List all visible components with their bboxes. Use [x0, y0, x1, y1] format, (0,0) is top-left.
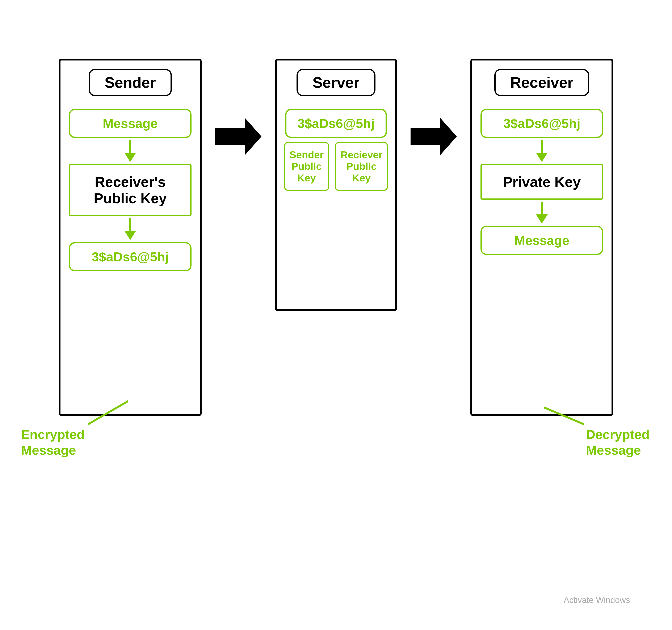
sender-public-key-box: Receiver's Public Key — [69, 164, 192, 216]
server-panel: Server 3$aDs6@5hj Sender Public Key Reci… — [275, 59, 397, 311]
receiver-title: Receiver — [494, 69, 589, 96]
receiver-private-key-box: Private Key — [480, 164, 603, 200]
sender-arrow-2 — [124, 218, 136, 240]
receiver-message-box: Message — [480, 226, 603, 255]
receiver-arrow-1 — [536, 140, 548, 162]
arrow-sender-to-server — [215, 118, 261, 155]
sender-arrow-1 — [124, 140, 136, 162]
server-keys-row: Sender Public Key Reciever Public Key — [285, 142, 387, 191]
receiver-panel: Receiver 3$aDs6@5hj Private Key Message — [471, 59, 613, 416]
server-title: Server — [296, 69, 376, 96]
receiver-public-key: Reciever Public Key — [335, 142, 388, 191]
sender-encrypted-box: 3$aDs6@5hj — [69, 242, 192, 271]
svg-marker-1 — [411, 118, 457, 155]
sender-public-key: Sender Public Key — [284, 142, 329, 191]
sender-message-box: Message — [69, 109, 192, 138]
svg-marker-0 — [215, 118, 261, 155]
sender-panel: Sender Message Receiver's Public Key 3$a… — [59, 59, 201, 416]
server-encrypted-box: 3$aDs6@5hj — [285, 109, 387, 138]
activate-windows-text: Activate Windows — [563, 595, 630, 605]
diagram-container: Sender Message Receiver's Public Key 3$a… — [59, 59, 613, 521]
receiver-arrow-2 — [536, 202, 548, 224]
sender-title: Sender — [89, 69, 172, 96]
arrow-server-to-receiver — [411, 118, 457, 155]
receiver-encrypted-box: 3$aDs6@5hj — [480, 109, 603, 138]
